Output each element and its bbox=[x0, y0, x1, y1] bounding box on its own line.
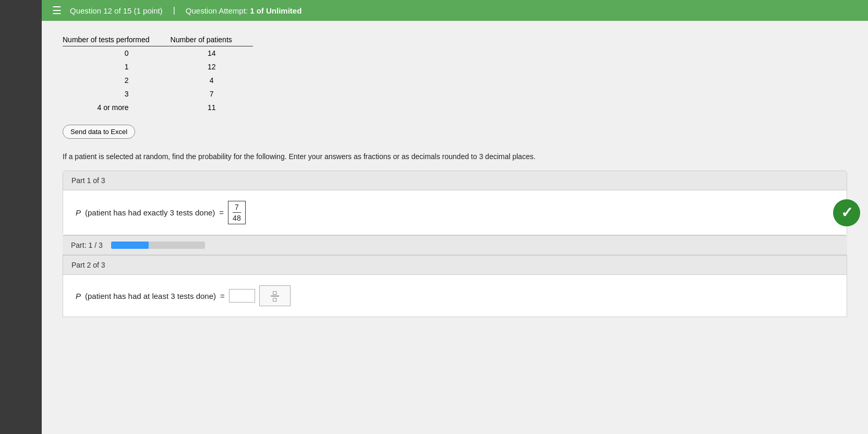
part2-section: Part 2 of 3 P(patient has had at least 3… bbox=[63, 255, 847, 317]
progress-bar-track bbox=[111, 242, 205, 249]
separator: | bbox=[173, 6, 175, 15]
tests-cell: 4 or more bbox=[63, 101, 171, 114]
part1-fraction: 7 48 bbox=[228, 201, 246, 224]
top-bar: ☰ Question 12 of 15 (1 point) | Question… bbox=[42, 0, 868, 21]
tests-cell: 0 bbox=[63, 46, 171, 61]
part1-formula: P(patient has had exactly 3 tests done) … bbox=[76, 201, 834, 224]
hamburger-icon[interactable]: ☰ bbox=[52, 4, 62, 17]
part2-p-symbol: P bbox=[76, 292, 81, 300]
attempt-label-text: Question Attempt: bbox=[186, 6, 248, 15]
checkmark-icon: ✓ bbox=[841, 204, 853, 221]
instruction-text: If a patient is selected at random, find… bbox=[63, 151, 847, 162]
attempt-value: 1 of Unlimited bbox=[250, 6, 302, 15]
patients-cell: 7 bbox=[171, 87, 253, 101]
progress-section: Part: 1 / 3 bbox=[63, 235, 847, 255]
attempt-label: Question Attempt: 1 of Unlimited bbox=[186, 6, 302, 15]
part1-denominator: 48 bbox=[233, 213, 241, 223]
part2-equals: = bbox=[220, 292, 225, 300]
fraction-top: □ bbox=[271, 290, 279, 296]
patients-cell: 12 bbox=[171, 60, 253, 74]
page-content: Number of tests performed Number of pati… bbox=[42, 21, 868, 434]
left-sidebar bbox=[0, 0, 42, 434]
part2-formula: P(patient has had at least 3 tests done)… bbox=[76, 285, 834, 306]
progress-bar-fill bbox=[111, 242, 149, 249]
send-excel-button[interactable]: Send data to Excel bbox=[63, 125, 135, 139]
part2-header: Part 2 of 3 bbox=[63, 256, 847, 275]
patients-cell: 14 bbox=[171, 46, 253, 61]
fraction-bottom: □ bbox=[271, 296, 279, 303]
tests-cell: 2 bbox=[63, 74, 171, 87]
table-row: 014 bbox=[63, 46, 253, 61]
part2-answer-input[interactable] bbox=[229, 289, 255, 303]
part1-header: Part 1 of 3 bbox=[63, 171, 847, 190]
part1-body: P(patient has had exactly 3 tests done) … bbox=[63, 190, 847, 235]
patients-cell: 11 bbox=[171, 101, 253, 114]
part1-header-text: Part 1 of 3 bbox=[71, 176, 105, 185]
content-area: ☰ Question 12 of 15 (1 point) | Question… bbox=[42, 0, 868, 434]
col2-header: Number of patients bbox=[171, 33, 253, 46]
table-row: 112 bbox=[63, 60, 253, 74]
part2-formula-text: (patient has had at least 3 tests done) bbox=[85, 292, 216, 300]
correct-check-circle: ✓ bbox=[833, 199, 860, 226]
question-info: Question 12 of 15 (1 point) bbox=[70, 6, 163, 15]
fraction-button[interactable]: □ □ bbox=[259, 285, 291, 306]
table-row: 4 or more11 bbox=[63, 101, 253, 114]
table-row: 24 bbox=[63, 74, 253, 87]
progress-label: Part: 1 / 3 bbox=[71, 241, 103, 249]
tests-cell: 3 bbox=[63, 87, 171, 101]
main-wrapper: ☰ Question 12 of 15 (1 point) | Question… bbox=[0, 0, 868, 434]
part1-section: Part 1 of 3 P(patient has had exactly 3 … bbox=[63, 171, 847, 235]
part2-body: P(patient has had at least 3 tests done)… bbox=[63, 275, 847, 317]
part2-header-text: Part 2 of 3 bbox=[71, 261, 105, 269]
patients-cell: 4 bbox=[171, 74, 253, 87]
tests-cell: 1 bbox=[63, 60, 171, 74]
fraction-symbol: □ □ bbox=[271, 290, 279, 303]
part1-numerator: 7 bbox=[233, 202, 241, 213]
table-row: 37 bbox=[63, 87, 253, 101]
col1-header: Number of tests performed bbox=[63, 33, 171, 46]
part1-equals: = bbox=[219, 208, 224, 217]
part1-p-symbol: P bbox=[76, 208, 81, 217]
data-table: Number of tests performed Number of pati… bbox=[63, 33, 253, 114]
part1-formula-text: (patient has had exactly 3 tests done) bbox=[85, 208, 215, 217]
